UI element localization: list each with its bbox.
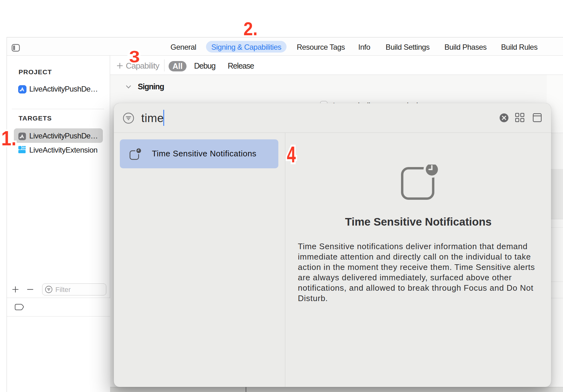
svg-text:4: 4 — [287, 142, 296, 167]
svg-text:1.: 1. — [1, 127, 16, 149]
svg-text:2.: 2. — [243, 18, 258, 39]
svg-text:3: 3 — [129, 48, 140, 66]
